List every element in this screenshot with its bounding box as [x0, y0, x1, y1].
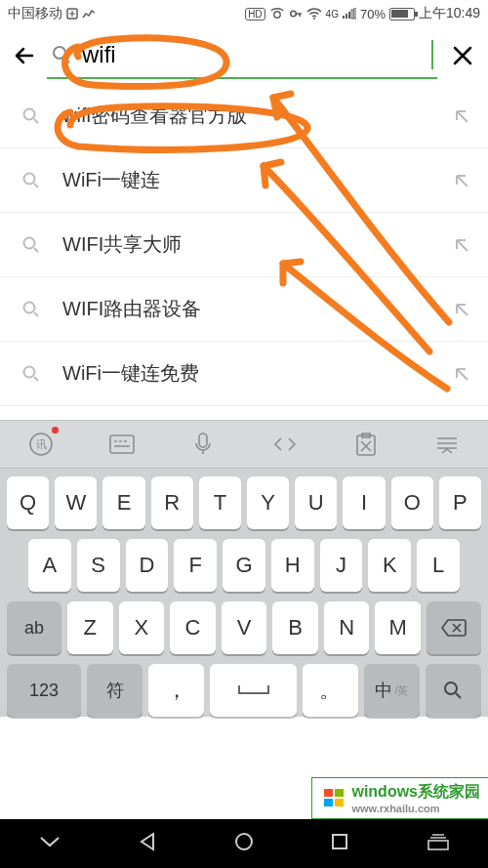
suggestion-text: WiFi一键连免费 — [62, 360, 453, 387]
nav-hide-button[interactable] — [426, 831, 451, 856]
qwerty-keyboard: Q W E R T Y U I O P A S D F G H J K L ab… — [0, 469, 488, 717]
nav-recent-button[interactable] — [329, 831, 350, 856]
key-u[interactable]: U — [295, 476, 337, 529]
arrow-up-left-icon[interactable] — [453, 172, 470, 189]
svg-rect-8 — [354, 8, 356, 19]
key-shift[interactable]: ab — [7, 601, 61, 654]
code-icon — [271, 434, 299, 455]
arrow-left-icon — [13, 43, 38, 68]
search-icon — [21, 171, 41, 190]
suggestion-item[interactable]: WIFI共享大师 — [0, 213, 488, 277]
key-s[interactable]: S — [77, 539, 120, 592]
svg-rect-18 — [110, 435, 134, 453]
key-t[interactable]: T — [199, 476, 241, 529]
svg-point-11 — [24, 173, 35, 184]
system-nav-bar — [0, 819, 488, 868]
ime-clipboard-button[interactable] — [337, 425, 395, 464]
key-a[interactable]: A — [28, 539, 71, 592]
suggestion-item[interactable]: wifi密码查看器官方版 — [0, 84, 488, 148]
key-w[interactable]: W — [55, 476, 97, 529]
key-v[interactable]: V — [222, 601, 267, 654]
square-recent-icon — [329, 831, 350, 852]
ime-code-button[interactable] — [256, 425, 314, 464]
key-j[interactable]: J — [320, 539, 363, 592]
iflytek-icon: 讯 — [28, 432, 54, 457]
search-icon — [21, 106, 41, 126]
arrow-up-left-icon[interactable] — [453, 301, 470, 318]
microphone-icon — [192, 432, 214, 457]
key-c[interactable]: C — [170, 601, 216, 654]
ime-collapse-button[interactable] — [418, 425, 476, 464]
carrier-label: 中国移动 — [8, 5, 62, 22]
nav-back-button[interactable] — [138, 831, 159, 856]
key-y[interactable]: Y — [247, 476, 289, 529]
svg-point-10 — [24, 108, 35, 119]
back-button[interactable] — [4, 43, 47, 68]
circle-home-icon — [233, 831, 255, 852]
svg-point-13 — [24, 302, 35, 312]
suggestion-item[interactable]: WiFi一键连免费 — [0, 342, 488, 406]
watermark-text: windows系统家园 — [351, 783, 480, 800]
key-b[interactable]: B — [272, 601, 318, 654]
search-icon — [51, 44, 72, 65]
svg-point-3 — [313, 18, 315, 20]
battery-pct: 70% — [360, 7, 386, 21]
suggestion-list: wifi密码查看器官方版 WiFi一键连 WIFI共享大师 WIFI路由器设备 … — [0, 84, 488, 471]
key-k[interactable]: K — [368, 539, 411, 592]
suggestion-text: WiFi一键连 — [62, 167, 453, 193]
drawer-icon — [426, 831, 451, 852]
arrow-up-left-icon[interactable] — [453, 107, 470, 125]
key-r[interactable]: R — [151, 476, 193, 529]
ime-keyboard-button[interactable] — [93, 425, 151, 464]
key-p[interactable]: P — [439, 476, 481, 529]
key-g[interactable]: G — [223, 539, 265, 592]
ime-logo-button[interactable]: 讯 — [12, 425, 70, 464]
key-symbols[interactable]: 符 — [87, 664, 142, 717]
arrow-up-left-icon[interactable] — [453, 365, 470, 383]
key-backspace[interactable] — [427, 601, 481, 654]
svg-point-14 — [24, 366, 35, 377]
key-z[interactable]: Z — [67, 601, 113, 654]
key-n[interactable]: N — [324, 601, 370, 654]
suggestion-text: wifi密码查看器官方版 — [62, 103, 453, 129]
key-f[interactable]: F — [174, 539, 217, 592]
watermark-subtext: www.rxhailu.com — [351, 803, 480, 814]
key-x[interactable]: X — [119, 601, 165, 654]
nav-collapse-button[interactable] — [37, 833, 62, 854]
svg-rect-23 — [333, 835, 346, 848]
close-icon — [450, 43, 475, 68]
suggestion-item[interactable]: WiFi一键连 — [0, 148, 488, 213]
key-o[interactable]: O — [391, 476, 433, 529]
svg-rect-19 — [199, 434, 207, 447]
key-123[interactable]: 123 — [7, 664, 81, 717]
key-comma[interactable]: ， — [148, 664, 204, 717]
status-bar: 中国移动 HD 4G 70% 上午10:49 — [0, 0, 488, 27]
nav-home-button[interactable] — [233, 831, 255, 856]
key-language[interactable]: 中/英 — [364, 664, 420, 717]
key-i[interactable]: I — [343, 476, 385, 529]
triangle-back-icon — [138, 831, 159, 852]
suggestion-item[interactable]: WIFI路由器设备 — [0, 277, 488, 342]
key-h[interactable]: H — [271, 539, 314, 592]
key-d[interactable]: D — [126, 539, 169, 592]
key-space[interactable] — [210, 664, 297, 717]
key-q[interactable]: Q — [7, 476, 49, 529]
svg-point-2 — [290, 11, 296, 17]
key-period[interactable]: 。 — [303, 664, 358, 717]
search-input[interactable]: wifi — [82, 41, 433, 68]
key-m[interactable]: M — [375, 601, 421, 654]
ime-voice-button[interactable] — [174, 425, 232, 464]
key-search[interactable] — [426, 664, 481, 717]
collapse-icon — [434, 434, 460, 455]
key-l[interactable]: L — [417, 539, 460, 592]
svg-rect-7 — [351, 10, 353, 19]
arrow-up-left-icon[interactable] — [453, 236, 470, 254]
key-e[interactable]: E — [102, 476, 144, 529]
clear-button[interactable] — [441, 43, 484, 68]
text-cursor — [431, 40, 433, 69]
hd-badge: HD — [245, 8, 264, 21]
svg-rect-4 — [343, 16, 345, 19]
windows-logo-icon — [322, 786, 347, 811]
search-field[interactable]: wifi — [47, 32, 437, 79]
search-icon — [21, 300, 41, 319]
